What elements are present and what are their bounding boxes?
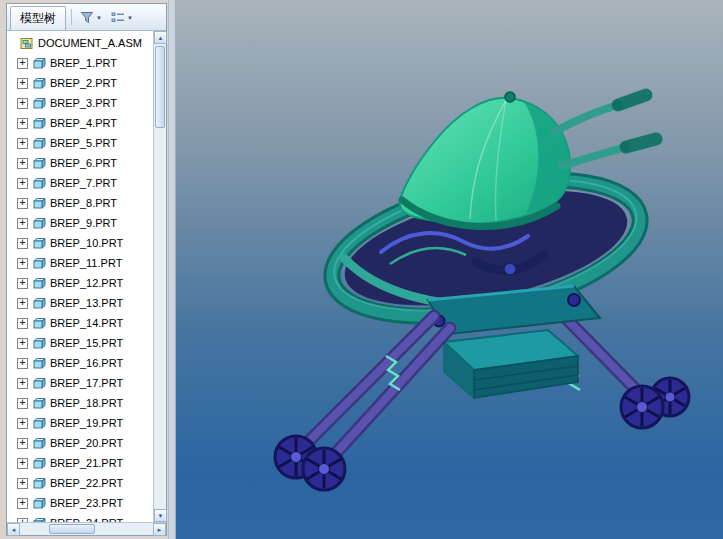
part-icon <box>32 217 46 230</box>
plus-icon: + <box>19 499 25 507</box>
tree-item[interactable]: + BREP_5.PRT <box>7 133 153 153</box>
expand-toggle[interactable]: + <box>17 398 28 409</box>
tree-item[interactable]: + BREP_23.PRT <box>7 493 153 513</box>
tree-item-label: BREP_23.PRT <box>50 497 123 509</box>
graphics-viewport[interactable] <box>176 0 723 539</box>
part-icon <box>32 337 46 350</box>
tree-item-label: BREP_9.PRT <box>50 217 117 229</box>
part-icon <box>32 417 46 430</box>
tree-root-label: DOCUMENT_A.ASM <box>38 37 142 49</box>
part-icon <box>32 397 46 410</box>
plus-icon: + <box>19 79 25 87</box>
expand-toggle[interactable]: + <box>17 178 28 189</box>
expand-toggle[interactable]: + <box>17 358 28 369</box>
canopy[interactable] <box>400 92 570 227</box>
stroller-model <box>176 0 723 539</box>
tree-item[interactable]: + BREP_4.PRT <box>7 113 153 133</box>
tree-item-label: BREP_12.PRT <box>50 277 123 289</box>
expand-toggle[interactable]: + <box>17 198 28 209</box>
plus-icon: + <box>19 219 25 227</box>
expand-toggle[interactable]: + <box>17 458 28 469</box>
front-wheel[interactable] <box>303 448 345 490</box>
tree-item-label: BREP_6.PRT <box>50 157 117 169</box>
cad-window: 模型树 ▼ ▼ <box>0 0 723 539</box>
scroll-right-button[interactable]: ► <box>153 523 166 536</box>
chevron-down-icon: ▼ <box>96 15 102 21</box>
buckle <box>504 263 516 275</box>
expand-toggle[interactable]: + <box>17 478 28 489</box>
model-tree-tab[interactable]: 模型树 <box>10 6 66 30</box>
part-icon <box>32 437 46 450</box>
toolbar-separator <box>71 9 72 25</box>
tree-item[interactable]: + BREP_16.PRT <box>7 353 153 373</box>
plus-icon: + <box>19 319 25 327</box>
part-icon <box>32 57 46 70</box>
tree-item[interactable]: + BREP_9.PRT <box>7 213 153 233</box>
tree-columns-button[interactable]: ▼ <box>108 8 136 27</box>
tree-item[interactable]: + BREP_10.PRT <box>7 233 153 253</box>
tree-item[interactable]: + BREP_14.PRT <box>7 313 153 333</box>
tree-item[interactable]: + BREP_13.PRT <box>7 293 153 313</box>
plus-icon: + <box>19 439 25 447</box>
expand-toggle[interactable]: + <box>17 438 28 449</box>
expand-toggle[interactable]: + <box>17 258 28 269</box>
part-icon <box>32 137 46 150</box>
expand-toggle[interactable]: + <box>17 238 28 249</box>
horizontal-scroll-thumb[interactable] <box>49 524 95 534</box>
scroll-left-button[interactable]: ◄ <box>7 523 20 536</box>
expand-toggle[interactable]: + <box>17 218 28 229</box>
tree-item[interactable]: + BREP_7.PRT <box>7 173 153 193</box>
tree-horizontal-scrollbar[interactable]: ◄ ► <box>7 522 166 535</box>
panel-splitter[interactable] <box>168 0 176 539</box>
tree-item[interactable]: + BREP_15.PRT <box>7 333 153 353</box>
filter-settings-button[interactable]: ▼ <box>77 8 105 27</box>
storage-basket[interactable] <box>444 330 578 398</box>
tree-item[interactable]: + BREP_1.PRT <box>7 53 153 73</box>
scroll-up-button[interactable]: ▲ <box>154 31 167 44</box>
plus-icon: + <box>19 279 25 287</box>
front-wheels[interactable] <box>275 436 345 490</box>
tree-item[interactable]: + BREP_2.PRT <box>7 73 153 93</box>
plus-icon: + <box>19 139 25 147</box>
tree-item-label: BREP_15.PRT <box>50 337 123 349</box>
expand-toggle[interactable]: + <box>17 498 28 509</box>
tree-item[interactable]: + BREP_20.PRT <box>7 433 153 453</box>
front-leg[interactable] <box>298 316 450 464</box>
expand-toggle[interactable]: + <box>17 78 28 89</box>
expand-toggle[interactable]: + <box>17 58 28 69</box>
tree-item[interactable]: + BREP_11.PRT <box>7 253 153 273</box>
plus-icon: + <box>19 199 25 207</box>
vertical-scroll-thumb[interactable] <box>155 46 165 128</box>
tree-item[interactable]: + BREP_17.PRT <box>7 373 153 393</box>
tree-item-label: BREP_18.PRT <box>50 397 123 409</box>
part-icon <box>32 157 46 170</box>
expand-toggle[interactable]: + <box>17 418 28 429</box>
tree-item[interactable]: + BREP_8.PRT <box>7 193 153 213</box>
tree-item[interactable]: + BREP_12.PRT <box>7 273 153 293</box>
expand-toggle[interactable]: + <box>17 338 28 349</box>
tree-root-item[interactable]: DOCUMENT_A.ASM <box>7 33 153 53</box>
tree-item[interactable]: + BREP_6.PRT <box>7 153 153 173</box>
tree-vertical-scrollbar[interactable]: ▲ ▼ <box>153 31 166 522</box>
pivot-knob <box>568 294 580 306</box>
expand-toggle[interactable]: + <box>17 98 28 109</box>
tree-item[interactable]: + BREP_19.PRT <box>7 413 153 433</box>
expand-toggle[interactable]: + <box>17 118 28 129</box>
tree-item[interactable]: + BREP_3.PRT <box>7 93 153 113</box>
tree-item[interactable]: + BREP_24.PRT <box>7 513 153 522</box>
expand-toggle[interactable]: + <box>17 138 28 149</box>
expand-toggle[interactable]: + <box>17 278 28 289</box>
part-icon <box>32 117 46 130</box>
tree-item[interactable]: + BREP_21.PRT <box>7 453 153 473</box>
expand-toggle[interactable]: + <box>17 158 28 169</box>
tree-item[interactable]: + BREP_18.PRT <box>7 393 153 413</box>
expand-toggle[interactable]: + <box>17 298 28 309</box>
part-icon <box>32 377 46 390</box>
expand-toggle[interactable]: + <box>17 378 28 389</box>
rear-wheel[interactable] <box>621 386 663 428</box>
plus-icon: + <box>19 99 25 107</box>
chevron-down-icon: ▼ <box>127 15 133 21</box>
scroll-down-button[interactable]: ▼ <box>154 509 167 522</box>
expand-toggle[interactable]: + <box>17 318 28 329</box>
tree-item[interactable]: + BREP_22.PRT <box>7 473 153 493</box>
